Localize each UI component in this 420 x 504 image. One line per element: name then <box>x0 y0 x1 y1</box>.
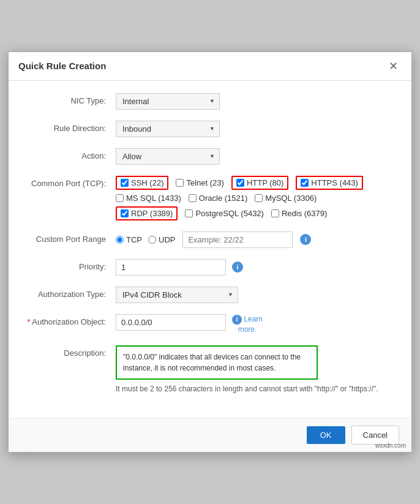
description-row: Description: "0.0.0.0/0" indicates that … <box>27 345 393 394</box>
https-port-item[interactable]: HTTPS (443) <box>301 178 358 187</box>
auth-object-label: Authorization Object: <box>27 314 116 326</box>
mssql-checkbox[interactable] <box>116 194 124 202</box>
ok-button[interactable]: OK <box>307 426 345 444</box>
dialog-footer: OK Cancel <box>9 418 411 452</box>
mssql-label: MS SQL (1433) <box>126 194 181 203</box>
action-control: Allow Deny <box>116 148 393 165</box>
postgresql-label: PostgreSQL (5432) <box>195 209 264 218</box>
priority-label: Priority: <box>27 259 116 271</box>
close-button[interactable]: ✕ <box>385 59 402 73</box>
rdp-port-highlight: RDP (3389) <box>116 206 178 220</box>
custom-port-range-label: Custom Port Range <box>27 231 116 244</box>
oracle-port-item[interactable]: Oracle (1521) <box>189 194 247 203</box>
ports-row-1: SSH (22) Telnet (23) HTTP (80) <box>116 176 393 190</box>
auth-type-select-wrapper[interactable]: IPv4 CIDR Block Security Group <box>116 287 238 303</box>
description-text: "0.0.0.0/0" indicates that all devices c… <box>123 353 301 372</box>
auth-type-label: Authorization Type: <box>27 287 116 299</box>
common-ports-label: Common Port (TCP): <box>27 176 116 188</box>
ports-grid: SSH (22) Telnet (23) HTTP (80) <box>116 176 393 220</box>
udp-radio-item[interactable]: UDP <box>148 235 175 244</box>
rule-direction-control: Inbound Outbound <box>116 121 393 137</box>
ssh-port-highlight: SSH (22) <box>116 176 168 190</box>
rdp-checkbox[interactable] <box>121 209 129 217</box>
https-label: HTTPS (443) <box>311 178 358 187</box>
nic-type-label: NIC Type: <box>27 93 116 105</box>
dialog-body: NIC Type: Internal External Rule Directi… <box>9 81 411 418</box>
telnet-checkbox[interactable] <box>176 179 184 187</box>
udp-radio[interactable] <box>148 236 156 244</box>
priority-info-icon[interactable]: i <box>232 261 243 273</box>
common-ports-row: Common Port (TCP): SSH (22) <box>27 176 393 220</box>
oracle-checkbox[interactable] <box>189 194 197 202</box>
radio-group: TCP UDP <box>116 235 175 244</box>
priority-control: i <box>116 259 393 276</box>
port-range-input[interactable] <box>182 231 293 248</box>
redis-label: Redis (6379) <box>282 209 327 218</box>
learn-more-block[interactable]: i Learnmore. <box>232 314 263 335</box>
priority-input[interactable] <box>116 259 226 276</box>
telnet-label: Telnet (23) <box>186 178 223 187</box>
postgresql-port-item[interactable]: PostgreSQL (5432) <box>185 209 264 218</box>
priority-inner-row: i <box>116 259 393 276</box>
auth-object-row: Authorization Object: i Learnmore. <box>27 314 393 335</box>
custom-port-inner-row: TCP UDP i <box>116 231 393 248</box>
tcp-radio-label: TCP <box>126 235 142 244</box>
priority-row: Priority: i <box>27 259 393 276</box>
description-hint: It must be 2 to 256 characters in length… <box>116 383 379 394</box>
ssh-label: SSH (22) <box>131 178 163 187</box>
description-control: "0.0.0.0/0" indicates that all devices c… <box>116 345 393 394</box>
http-port-item[interactable]: HTTP (80) <box>236 178 283 187</box>
description-box: "0.0.0.0/0" indicates that all devices c… <box>116 345 318 380</box>
description-label: Description: <box>27 345 116 358</box>
mysql-port-item[interactable]: MySQL (3306) <box>255 194 317 203</box>
redis-port-item[interactable]: Redis (6379) <box>271 209 327 218</box>
auth-type-row: Authorization Type: IPv4 CIDR Block Secu… <box>27 287 393 303</box>
ssh-port-item[interactable]: SSH (22) <box>121 178 163 187</box>
auth-object-input[interactable] <box>116 314 226 331</box>
action-row: Action: Allow Deny <box>27 148 393 165</box>
nic-type-row: NIC Type: Internal External <box>27 93 393 110</box>
common-ports-control: SSH (22) Telnet (23) HTTP (80) <box>116 176 393 220</box>
watermark: wsxdn.com <box>375 442 406 449</box>
auth-type-select[interactable]: IPv4 CIDR Block Security Group <box>116 287 238 303</box>
mysql-checkbox[interactable] <box>255 194 263 202</box>
https-port-highlight: HTTPS (443) <box>296 176 363 190</box>
action-label: Action: <box>27 148 116 160</box>
rdp-label: RDP (3389) <box>131 209 173 218</box>
telnet-port-item[interactable]: Telnet (23) <box>176 178 223 187</box>
oracle-label: Oracle (1521) <box>199 194 247 203</box>
https-checkbox[interactable] <box>301 179 309 187</box>
custom-port-range-row: Custom Port Range TCP UDP <box>27 231 393 248</box>
ssh-checkbox[interactable] <box>121 179 129 187</box>
redis-checkbox[interactable] <box>271 209 279 217</box>
nic-type-select-wrapper[interactable]: Internal External <box>116 93 220 110</box>
tcp-radio-item[interactable]: TCP <box>116 235 142 244</box>
auth-object-control: i Learnmore. <box>116 314 393 335</box>
http-checkbox[interactable] <box>236 179 244 187</box>
port-range-info-icon[interactable]: i <box>300 234 311 245</box>
tcp-radio[interactable] <box>116 236 124 244</box>
rule-direction-select-wrapper[interactable]: Inbound Outbound <box>116 121 220 137</box>
mssql-port-item[interactable]: MS SQL (1433) <box>116 194 181 203</box>
action-select[interactable]: Allow Deny <box>116 148 220 165</box>
rule-direction-select[interactable]: Inbound Outbound <box>116 121 220 137</box>
dialog-title: Quick Rule Creation <box>18 61 106 71</box>
auth-type-control: IPv4 CIDR Block Security Group <box>116 287 393 303</box>
rule-direction-row: Rule Direction: Inbound Outbound <box>27 121 393 137</box>
action-select-wrapper[interactable]: Allow Deny <box>116 148 220 165</box>
nic-type-control: Internal External <box>116 93 393 110</box>
nic-type-select[interactable]: Internal External <box>116 93 220 110</box>
postgresql-checkbox[interactable] <box>185 209 193 217</box>
http-port-highlight: HTTP (80) <box>231 176 288 190</box>
rdp-port-item[interactable]: RDP (3389) <box>121 209 173 218</box>
custom-port-range-control: TCP UDP i <box>116 231 393 248</box>
rule-direction-label: Rule Direction: <box>27 121 116 133</box>
auth-object-wrapper: i Learnmore. <box>116 314 393 335</box>
learn-more-info-icon: i <box>232 315 242 325</box>
http-label: HTTP (80) <box>247 178 283 187</box>
ports-row-2: MS SQL (1433) Oracle (1521) MySQL (3306) <box>116 194 393 203</box>
udp-radio-label: UDP <box>159 235 175 244</box>
ports-row-3: RDP (3389) PostgreSQL (5432) Redis (6379… <box>116 206 393 220</box>
mysql-label: MySQL (3306) <box>265 194 317 203</box>
